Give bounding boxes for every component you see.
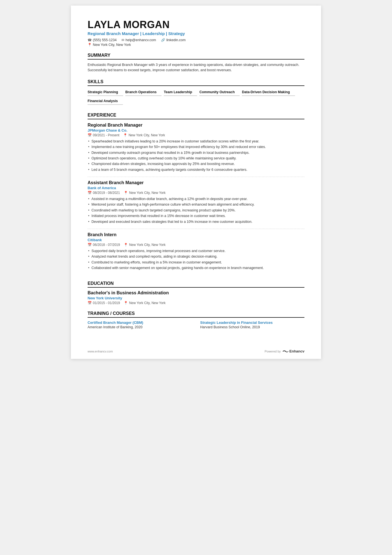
location-pin-icon: 📍 <box>124 243 128 247</box>
skill-item: Team Leadership <box>164 89 197 96</box>
job-meta: 📅 06/2018 - 07/2019 📍 New York City, New… <box>88 243 304 247</box>
location-icon: 📍 <box>88 43 92 47</box>
job-dates: 📅 08/2019 - 08/2021 <box>88 191 120 195</box>
header: LAYLA MORGAN Regional Branch Manager | L… <box>88 19 304 47</box>
linkedin-icon: 🔗 <box>161 38 165 42</box>
experience-list: Regional Branch Manager JPMorgan Chase &… <box>88 123 304 275</box>
edu-dates: 📅 01/2015 - 01/2019 <box>88 301 120 305</box>
phone-number: (555) 555-1234 <box>93 38 116 42</box>
location-pin-icon: 📍 <box>124 191 128 195</box>
job-bullet: Championed data-driven strategies, incre… <box>88 161 304 167</box>
skills-row: Strategic PlanningBranch OperationsTeam … <box>88 89 304 107</box>
enhancv-brand-name: Enhancv <box>289 349 304 353</box>
job-bullet: Spearheaded branch initiatives leading t… <box>88 139 304 144</box>
experience-title: EXPERIENCE <box>88 113 304 119</box>
job-bullet: Supported daily branch operations, impro… <box>88 248 304 254</box>
job-dates: 📅 09/2021 - Present <box>88 133 119 137</box>
training-section: TRAINING / COURSES Certified Branch Mana… <box>88 311 304 329</box>
calendar-icon: 📅 <box>88 243 92 247</box>
job-bullet: Collaborated with senior management on s… <box>88 265 304 271</box>
email-address: help@enhancv.com <box>125 38 156 42</box>
training-title-text: Certified Branch Manager (CBM) <box>88 320 192 325</box>
edu-meta: 📅 01/2015 - 01/2019 📍 New York City, New… <box>88 301 304 305</box>
location-pin-icon: 📍 <box>124 301 128 305</box>
job-dates: 📅 06/2018 - 07/2019 <box>88 243 120 247</box>
training-title-text: Strategic Leadership in Financial Servic… <box>200 320 304 325</box>
job-title: Regional Branch Manager <box>88 123 304 128</box>
skills-title: SKILLS <box>88 79 304 86</box>
calendar-icon: 📅 <box>88 133 92 137</box>
job-meta: 📅 08/2019 - 08/2021 📍 New York City, New… <box>88 191 304 195</box>
training-list: Certified Branch Manager (CBM) American … <box>88 320 304 329</box>
job-bullet: Mentored junior staff, fostering a high-… <box>88 202 304 207</box>
skills-section: SKILLS Strategic PlanningBranch Operatio… <box>88 79 304 107</box>
phone-icon: ☎ <box>88 38 92 42</box>
location-pin-icon: 📍 <box>123 133 127 137</box>
email-contact: ✉ help@enhancv.com <box>121 38 156 42</box>
edu-school: New York University <box>88 296 304 300</box>
linkedin-contact: 🔗 linkedin.com <box>161 38 185 42</box>
job-bullet: Contributed to marketing efforts, result… <box>88 260 304 265</box>
training-subtitle: Harvard Business School Online, 2019 <box>200 325 304 329</box>
resume-page: LAYLA MORGAN Regional Branch Manager | L… <box>71 6 321 359</box>
location-text: New York City, New York <box>93 43 131 47</box>
job-title: Branch Intern <box>88 232 304 237</box>
candidate-title: Regional Branch Manager | Leadership | S… <box>88 31 304 36</box>
education-list: Bachelor's in Business Administration Ne… <box>88 290 304 305</box>
summary-section: SUMMARY Enthusiastic Regional Branch Man… <box>88 53 304 73</box>
edu-degree: Bachelor's in Business Administration <box>88 290 304 295</box>
job-bullet: Optimized branch operations, cutting ove… <box>88 156 304 161</box>
summary-title: SUMMARY <box>88 53 304 60</box>
job-bullet: Implemented a new training program for 5… <box>88 144 304 150</box>
linkedin-url: linkedin.com <box>166 38 185 42</box>
job-bullets: Supported daily branch operations, impro… <box>88 248 304 271</box>
contact-row: ☎ (555) 555-1234 ✉ help@enhancv.com 🔗 li… <box>88 38 304 42</box>
powered-by-label: Powered by <box>265 350 281 353</box>
footer-powered: Powered by Enhancv <box>265 349 304 353</box>
experience-block: Branch Intern Citibank 📅 06/2018 - 07/20… <box>88 232 304 275</box>
training-title: TRAINING / COURSES <box>88 311 304 318</box>
job-bullet: Initiated process improvements that resu… <box>88 213 304 219</box>
calendar-icon: 📅 <box>88 301 92 305</box>
enhancv-logo-icon <box>282 349 289 353</box>
experience-section: EXPERIENCE Regional Branch Manager JPMor… <box>88 113 304 275</box>
education-section: EDUCATION Bachelor's in Business Adminis… <box>88 281 304 305</box>
job-bullet: Developed community outreach programs th… <box>88 150 304 156</box>
training-item: Certified Branch Manager (CBM) American … <box>88 320 192 329</box>
job-location: 📍 New York City, New York <box>124 243 165 247</box>
skill-item: Strategic Planning <box>88 89 123 96</box>
skill-item: Data-Driven Decision Making <box>242 89 295 96</box>
skill-item: Community Outreach <box>199 89 240 96</box>
edu-location: 📍 New York City, New York <box>124 301 165 305</box>
job-title: Assistant Branch Manager <box>88 180 304 185</box>
job-bullets: Spearheaded branch initiatives leading t… <box>88 139 304 172</box>
job-bullet: Analyzed market trends and compiled repo… <box>88 254 304 259</box>
skill-item: Branch Operations <box>125 89 162 96</box>
experience-block: Assistant Branch Manager Bank of America… <box>88 180 304 229</box>
education-title: EDUCATION <box>88 281 304 288</box>
job-bullets: Assisted in managing a multimillion-doll… <box>88 196 304 225</box>
job-bullet: Developed and executed branch sales stra… <box>88 219 304 225</box>
enhancv-logo: Enhancv <box>282 349 304 353</box>
footer-website: www.enhancv.com <box>88 350 113 353</box>
training-item: Strategic Leadership in Financial Servic… <box>200 320 304 329</box>
footer: www.enhancv.com Powered by Enhancv <box>88 349 304 353</box>
education-block: Bachelor's in Business Administration Ne… <box>88 290 304 305</box>
job-meta: 📅 09/2021 - Present 📍 New York City, New… <box>88 133 304 137</box>
job-bullet: Assisted in managing a multimillion-doll… <box>88 196 304 202</box>
email-icon: ✉ <box>121 38 124 42</box>
job-company: Bank of America <box>88 186 304 190</box>
skill-item: Financial Analysis <box>88 98 123 105</box>
summary-text: Enthusiastic Regional Branch Manager wit… <box>88 62 304 73</box>
candidate-name: LAYLA MORGAN <box>88 19 304 31</box>
calendar-icon: 📅 <box>88 191 92 195</box>
job-bullet: Coordinated with marketing to launch tar… <box>88 208 304 213</box>
training-subtitle: American Institute of Banking, 2020 <box>88 325 192 329</box>
phone-contact: ☎ (555) 555-1234 <box>88 38 116 42</box>
job-location: 📍 New York City, New York <box>123 133 165 137</box>
job-location: 📍 New York City, New York <box>124 191 165 195</box>
job-company: JPMorgan Chase & Co. <box>88 128 304 132</box>
location-row: 📍 New York City, New York <box>88 43 304 47</box>
job-bullet: Led a team of 5 branch managers, achievi… <box>88 167 304 172</box>
experience-block: Regional Branch Manager JPMorgan Chase &… <box>88 123 304 177</box>
